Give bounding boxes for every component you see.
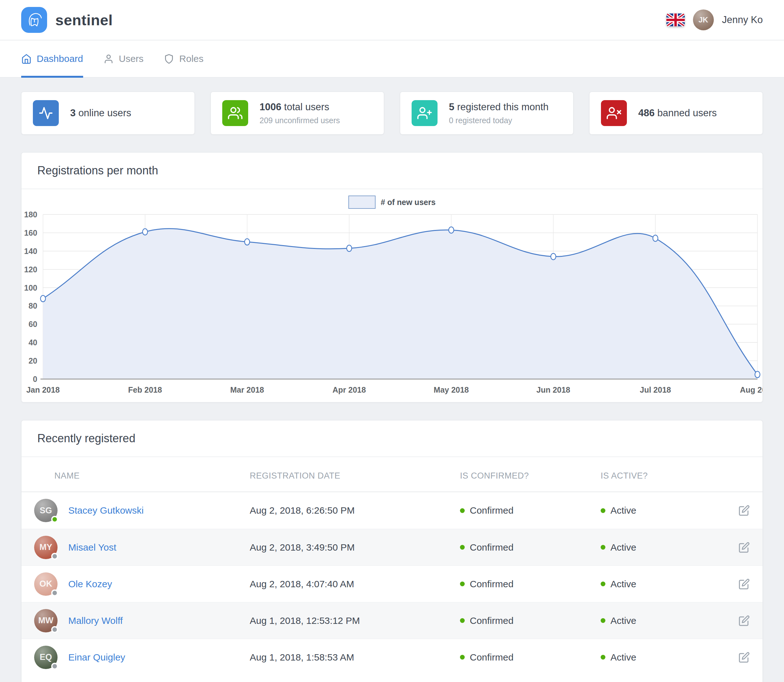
svg-text:140: 140 [24, 247, 37, 255]
svg-text:80: 80 [29, 301, 37, 310]
topbar-right: JK Jenny Ko [666, 10, 763, 30]
edit-user-button[interactable] [738, 652, 750, 663]
recently-registered-card: Recently registered NAME REGISTRATION DA… [21, 420, 763, 682]
svg-text:Apr 2018: Apr 2018 [332, 386, 366, 394]
tab-users-label: Users [119, 53, 144, 64]
home-icon [21, 54, 32, 64]
presence-dot [51, 663, 58, 670]
confirmed-status: Confirmed [460, 542, 600, 553]
tab-roles[interactable]: Roles [164, 40, 204, 77]
svg-text:60: 60 [29, 320, 37, 328]
avatar: MW [34, 609, 57, 633]
column-header-is-active: IS ACTIVE? [600, 471, 736, 481]
edit-icon [738, 615, 750, 626]
main-content: 3 online users 1006 total users 209 unco… [0, 78, 784, 682]
stat-banned-users: 486 banned users [638, 107, 717, 119]
column-header-registration-date: REGISTRATION DATE [250, 471, 460, 481]
avatar: SG [34, 499, 57, 522]
tab-dashboard-label: Dashboard [37, 53, 83, 64]
edit-user-button[interactable] [738, 505, 750, 516]
presence-dot [51, 516, 58, 523]
stat-card-registered-this-month: 5 registered this month 0 registered tod… [400, 92, 573, 135]
table-body: SG Stacey Gutkowski Aug 2, 2018, 6:26:50… [21, 492, 763, 676]
user-avatar[interactable]: JK [693, 10, 714, 30]
edit-user-button[interactable] [738, 542, 750, 553]
confirmed-status: Confirmed [460, 652, 600, 663]
edit-icon [738, 578, 750, 590]
confirmed-dot-icon [460, 582, 465, 586]
stat-unconfirmed-users: 209 unconfirmed users [260, 116, 340, 125]
uk-flag-icon[interactable] [666, 13, 685, 27]
users-icon [222, 100, 248, 126]
active-status: Active [600, 615, 736, 626]
confirmed-status: Confirmed [460, 615, 600, 626]
user-name-link[interactable]: Einar Quigley [68, 652, 125, 663]
edit-user-button[interactable] [738, 615, 750, 626]
registration-date: Aug 1, 2018, 12:53:12 PM [250, 615, 460, 626]
stat-registered-today: 0 registered today [449, 116, 548, 125]
svg-text:Jan 2018: Jan 2018 [26, 386, 60, 394]
registration-date: Aug 2, 2018, 3:49:50 PM [250, 542, 460, 553]
legend-label: # of new users [381, 198, 436, 207]
user-x-icon [601, 100, 627, 126]
main-nav: Dashboard Users Roles [0, 40, 784, 78]
user-name-link[interactable]: Ole Kozey [68, 579, 112, 590]
edit-user-button[interactable] [738, 578, 750, 590]
avatar: MY [34, 536, 57, 559]
svg-text:Jul 2018: Jul 2018 [640, 386, 671, 394]
edit-icon [738, 542, 750, 553]
confirmed-status: Confirmed [460, 505, 600, 516]
svg-text:100: 100 [24, 284, 37, 292]
confirmed-dot-icon [460, 655, 465, 660]
confirmed-status: Confirmed [460, 579, 600, 590]
svg-text:Jun 2018: Jun 2018 [537, 386, 570, 394]
table-row: SG Stacey Gutkowski Aug 2, 2018, 6:26:50… [21, 492, 763, 529]
user-name-link[interactable]: Stacey Gutkowski [68, 505, 144, 516]
table-card-title: Recently registered [37, 432, 747, 445]
table-row: OK Ole Kozey Aug 2, 2018, 4:07:40 AM Con… [21, 566, 763, 602]
activity-icon [33, 100, 59, 126]
user-icon [103, 54, 114, 64]
edit-icon [738, 505, 750, 516]
avatar: EQ [34, 646, 57, 669]
active-status: Active [600, 542, 736, 553]
user-menu-name[interactable]: Jenny Ko [722, 14, 763, 25]
sentinel-helmet-logo-icon [21, 7, 47, 33]
svg-text:40: 40 [29, 338, 37, 347]
tab-roles-label: Roles [179, 53, 204, 64]
user-name-link[interactable]: Mallory Wolff [68, 615, 123, 626]
svg-text:160: 160 [24, 228, 37, 237]
stat-online-users: 3 online users [70, 107, 131, 119]
brand-name: sentinel [55, 11, 113, 29]
user-name-link[interactable]: Misael Yost [68, 542, 117, 553]
stat-card-online-users: 3 online users [21, 92, 195, 135]
chart-legend: # of new users [21, 196, 763, 209]
column-header-is-confirmed: IS CONFIRMED? [460, 471, 600, 481]
app-header: sentinel JK Jenny Ko [0, 0, 784, 40]
active-dot-icon [600, 545, 605, 550]
tab-users[interactable]: Users [103, 40, 144, 77]
registrations-per-month-chart[interactable]: 020406080100120140160180Jan 2018Feb 2018… [21, 210, 763, 400]
legend-swatch [348, 196, 375, 209]
tab-dashboard[interactable]: Dashboard [21, 40, 83, 77]
stat-card-banned-users: 486 banned users [589, 92, 763, 135]
active-dot-icon [600, 655, 605, 660]
stat-registered-this-month: 5 registered this month [449, 101, 548, 113]
active-dot-icon [600, 508, 605, 513]
table-header: NAME REGISTRATION DATE IS CONFIRMED? IS … [21, 471, 763, 492]
presence-dot [51, 590, 58, 596]
table-row: MY Misael Yost Aug 2, 2018, 3:49:50 PM C… [21, 529, 763, 566]
avatar: OK [34, 572, 57, 596]
active-dot-icon [600, 618, 605, 623]
table-row: MW Mallory Wolff Aug 1, 2018, 12:53:12 P… [21, 602, 763, 639]
chart-card-title: Registrations per month [37, 164, 747, 177]
active-status: Active [600, 652, 736, 663]
presence-dot [51, 626, 58, 633]
confirmed-dot-icon [460, 618, 465, 623]
column-header-name: NAME [34, 471, 250, 481]
active-dot-icon [600, 582, 605, 586]
stats-row: 3 online users 1006 total users 209 unco… [21, 92, 763, 135]
presence-dot [51, 553, 58, 560]
shield-icon [164, 54, 174, 64]
confirmed-dot-icon [460, 508, 465, 513]
